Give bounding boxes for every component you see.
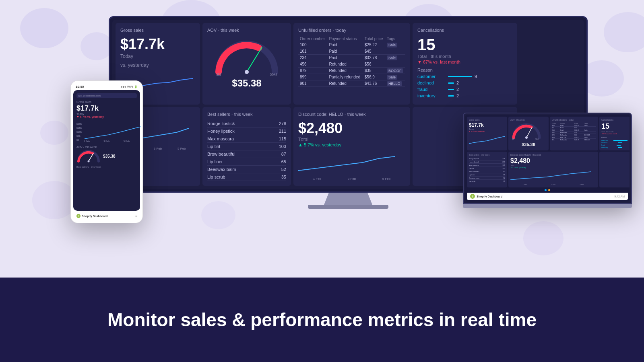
col-tags: Tags <box>385 36 405 42</box>
order-status: Refunded <box>327 68 363 74</box>
aov-title: AOV - this week <box>207 28 286 33</box>
cancellations-card: Cancellations 15 Total - this month ▼ 67… <box>413 23 517 105</box>
table-row: 901 Refunded $43.76 HELLO <box>298 80 405 87</box>
discount-sparkline <box>298 150 403 175</box>
svg-text:$10k: $10k <box>76 131 82 133</box>
order-price: $43.76 <box>363 80 385 87</box>
discount-card: Discount code: HELLO - this week $2,480 … <box>293 107 410 186</box>
laptop-cancel-title: Cancellations <box>601 119 630 121</box>
phone-today: Today <box>76 113 137 115</box>
discount-title: Discount code: HELLO - this week <box>298 112 405 117</box>
seller-name: Lip liner <box>207 159 223 164</box>
page-tagline: Monitor sales & performance metrics in r… <box>107 309 537 331</box>
svg-text:$5k: $5k <box>76 135 81 137</box>
laptop-orders-title: Unfulfilled orders - today <box>552 119 596 121</box>
laptop-discount-value: $2,480 <box>510 157 596 165</box>
laptop-footer: S Shopify Dashboard 9:42 AM <box>467 193 628 200</box>
discount-label: Total <box>298 137 405 142</box>
reason-label: fraud <box>417 87 446 92</box>
laptop-cancel-card: Cancellations 15 Total - this month ▼ 67… <box>599 117 630 150</box>
svg-text:$0: $0 <box>76 139 79 141</box>
table-row: 899 Partially refunded $56.9 Sale <box>298 74 405 80</box>
svg-text:$15k: $15k <box>76 127 82 129</box>
phone-time: 10:55 <box>76 85 84 88</box>
laptop-gross-value: $17.7k <box>469 122 505 128</box>
best-sellers-title: Best sellers - this week <box>207 112 286 117</box>
list-item: Max mascara 115 <box>207 135 286 143</box>
svg-text:$20k: $20k <box>76 123 82 125</box>
phone-gauge <box>76 149 101 163</box>
gauge-container: $0 $90 $35.38 <box>207 36 286 89</box>
laptop-dashboard: Gross sales $17.7k Today ▼ 5.7% vs. yest… <box>467 117 628 187</box>
laptop-orders-card: Unfulfilled orders - today OrderStatusPr… <box>550 117 598 150</box>
list-item: Lip tint 103 <box>207 143 286 150</box>
phone-bottom-bar: S Shopify Dashboard ≡ <box>73 212 140 220</box>
reason-bar <box>448 76 472 77</box>
reason-label: inventory <box>417 93 446 98</box>
orders-title: Unfulfilled orders - today <box>298 28 405 33</box>
laptop-aov-value: $35.38 <box>510 142 547 147</box>
svg-point-1 <box>245 70 249 74</box>
best-sellers-card: Best sellers - this week Rouge lipstick … <box>202 107 291 186</box>
seller-name: Brow beautiful <box>207 152 235 156</box>
phone-url: app.geckoboard.com <box>78 95 101 97</box>
orders-table: Order number Payment status Total price … <box>298 36 405 87</box>
arrow-down-icon: ▼ <box>417 60 422 64</box>
svg-line-0 <box>247 47 262 72</box>
seller-count: 211 <box>279 129 286 134</box>
phone-status-icons: ●●● WiFi 🔋 <box>121 85 138 88</box>
phone-gross-value: $17.7k <box>76 104 137 113</box>
svg-text:$90: $90 <box>270 72 277 76</box>
laptop-aov-card: AOV - this week $0 $90 $35.38 <box>508 117 549 150</box>
svg-line-9 <box>89 153 93 161</box>
reason-bar <box>448 82 454 84</box>
phone-url-bar: app.geckoboard.com <box>76 93 137 98</box>
reason-bar <box>448 95 454 97</box>
reason-row: inventory 2 <box>417 93 512 98</box>
laptop-sparkline <box>469 134 505 146</box>
phone-vs: ▼ 5.7% vs. yesterday <box>76 115 137 118</box>
cancellations-number: 15 <box>417 36 512 54</box>
order-status: Partially refunded <box>327 74 363 80</box>
reasons-container: customer 9 declined 2 fraud 2 inventory … <box>417 74 512 98</box>
laptop-brand: Shopify Dashboard <box>477 195 502 198</box>
orders-card: Unfulfilled orders - today Order number … <box>293 23 410 105</box>
seller-count: 115 <box>279 136 286 141</box>
gross-sales-value: $17.7k <box>120 36 195 53</box>
gross-sales-day: Today <box>120 53 195 59</box>
laptop-discount-card: Discount code: HELLO - this week $2,480 … <box>508 152 598 187</box>
order-number: 100 <box>298 42 327 48</box>
order-status: Paid <box>327 48 363 55</box>
table-row: 101 Paid $45 <box>298 48 405 55</box>
seller-name: Honey lipstick <box>207 129 235 134</box>
shopify-icon: S <box>470 194 475 199</box>
svg-line-11 <box>526 127 532 138</box>
seller-name: Lip scrub <box>207 175 225 179</box>
reason-bar <box>448 89 454 90</box>
order-tag: Sale <box>385 55 405 61</box>
seller-count: 65 <box>281 159 286 164</box>
mobile-phone: 10:55 ●●● WiFi 🔋 app.geckoboard.com Gros… <box>70 80 143 223</box>
dot-2 <box>548 189 550 191</box>
order-tag <box>385 48 405 55</box>
reason-count: 9 <box>475 74 477 79</box>
cancellations-label: Total - this month <box>417 54 512 59</box>
phone-frame: 10:55 ●●● WiFi 🔋 app.geckoboard.com Gros… <box>70 80 143 223</box>
seller-name: Max mascara <box>207 136 234 141</box>
table-row: 879 Refunded $35 BOGOF <box>298 68 405 74</box>
reason-label: customer <box>417 74 446 79</box>
order-price: $32.78 <box>363 55 385 61</box>
list-item: Rouge lipstick 278 <box>207 120 286 128</box>
order-number: 899 <box>298 74 327 80</box>
svg-text:$90: $90 <box>535 138 539 140</box>
order-tag: BOGOF <box>385 68 405 74</box>
table-row: 456 Refunded $56 <box>298 61 405 68</box>
list-item: Honey lipstick 211 <box>207 128 286 135</box>
phone-best-sellers-label: Best sellers - this week <box>76 166 137 168</box>
order-price: $56 <box>363 61 385 68</box>
cancellations-title: Cancellations <box>417 28 512 33</box>
laptop-dots <box>467 187 628 193</box>
seller-count: 87 <box>281 152 286 156</box>
laptop-bs-title: Best sellers - this week <box>469 154 505 156</box>
seller-count: 278 <box>279 121 286 126</box>
